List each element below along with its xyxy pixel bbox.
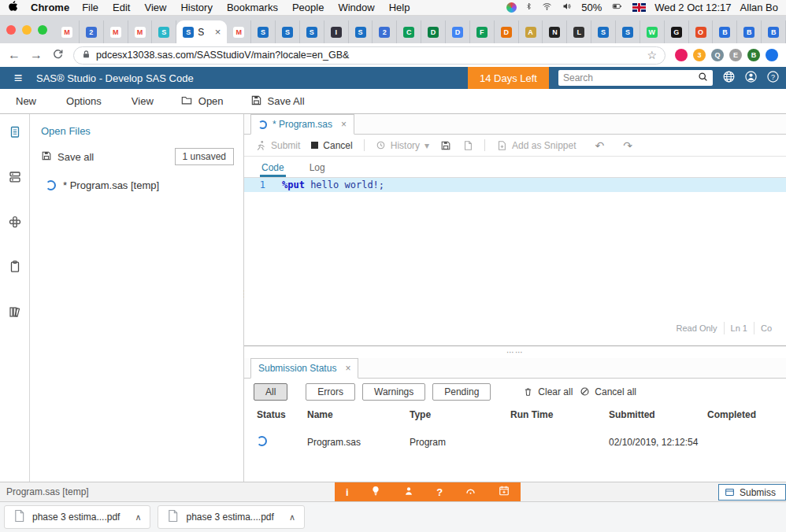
question-icon[interactable]: ? [436, 486, 443, 498]
help-icon[interactable]: ? [766, 70, 780, 86]
browser-tab[interactable]: F [470, 20, 495, 43]
browser-tab[interactable]: M [104, 20, 128, 43]
feedback-arc-icon[interactable] [465, 486, 476, 498]
submission-tab[interactable]: Submission Status × [250, 358, 358, 379]
submit-button[interactable]: Submit [255, 140, 300, 151]
filter-button[interactable]: Errors [306, 383, 355, 401]
user-account-icon[interactable] [744, 70, 758, 86]
mac-menu-item[interactable]: Edit [113, 2, 130, 13]
url-bar[interactable]: pdcesx13038.sas.com/SASStudioV/main?loca… [73, 46, 666, 65]
lightbulb-icon[interactable] [370, 485, 381, 499]
browser-tab[interactable]: S [616, 20, 640, 43]
filter-button[interactable]: Warnings [362, 383, 425, 401]
zoom-window-button[interactable] [38, 25, 47, 35]
calendar-plus-icon[interactable] [499, 485, 510, 499]
mac-menu-item[interactable]: Help [389, 2, 410, 13]
clear-all-button[interactable]: Clear all [523, 386, 573, 397]
globe-icon[interactable] [722, 70, 736, 86]
mac-menu-item[interactable]: History [180, 2, 212, 13]
browser-tab[interactable]: M [128, 20, 153, 43]
browser-tab[interactable]: S [591, 20, 616, 43]
search-box[interactable] [558, 70, 713, 86]
submission-status-toggle-button[interactable]: Submiss [718, 484, 786, 501]
apple-icon[interactable] [8, 1, 18, 14]
person-icon[interactable] [403, 486, 414, 499]
menubar-clock[interactable]: Wed 2 Oct 12:17 [654, 2, 731, 13]
download-item[interactable]: phase 3 estima....pdf ∧ [158, 505, 304, 529]
browser-tab[interactable]: 2 [373, 20, 397, 43]
back-icon[interactable]: ← [8, 49, 20, 61]
save-all-link[interactable]: Save all [57, 151, 94, 163]
search-icon[interactable] [698, 72, 708, 84]
redo-icon[interactable]: ↷ [623, 139, 632, 152]
browser-tab[interactable]: I [324, 20, 349, 43]
mac-menu-item[interactable]: Bookmarks [227, 2, 278, 13]
menu-item[interactable]: New [16, 95, 36, 107]
bookmark-star-icon[interactable]: ☆ [647, 49, 657, 61]
server-files-nav-icon[interactable] [8, 170, 22, 187]
bluetooth-icon[interactable] [525, 1, 532, 14]
program-properties-button[interactable] [462, 140, 473, 151]
browser-tab[interactable]: O [689, 20, 714, 43]
browser-tab[interactable]: N [543, 20, 567, 43]
mac-menu-item[interactable]: View [144, 2, 166, 13]
tab-close-icon[interactable]: × [345, 363, 350, 374]
menubar-user[interactable]: Allan Bo [740, 2, 778, 13]
menu-item[interactable]: View [132, 95, 154, 107]
browser-tab[interactable]: D [495, 20, 519, 43]
browser-tab[interactable]: M [55, 20, 80, 43]
extension-icon[interactable]: B [747, 49, 760, 61]
extension-icon[interactable] [675, 49, 688, 61]
mac-menu-item[interactable]: People [292, 2, 324, 13]
cancel-all-button[interactable]: Cancel all [580, 386, 636, 397]
tab-close-icon[interactable]: × [341, 119, 347, 130]
trial-days-badge[interactable]: 14 Days Left [468, 67, 549, 89]
browser-tab[interactable]: S [276, 20, 300, 43]
browser-tab[interactable]: S [349, 20, 373, 43]
forward-icon[interactable]: → [30, 49, 43, 61]
save-all-icon[interactable] [41, 150, 52, 164]
save-all-button[interactable]: Save All [250, 94, 305, 109]
extension-icon[interactable]: E [729, 49, 742, 61]
hamburger-menu-icon[interactable]: ≡ [0, 71, 36, 85]
browser-tab[interactable]: D [421, 20, 446, 43]
tab-code[interactable]: Code [260, 159, 286, 177]
mac-menu-item[interactable]: Window [338, 2, 374, 13]
browser-tab[interactable]: D [446, 20, 470, 43]
undo-icon[interactable]: ↶ [595, 139, 605, 152]
download-item[interactable]: phase 3 estima....pdf ∧ [4, 505, 150, 529]
chevron-up-icon[interactable]: ∧ [135, 512, 141, 523]
browser-tab[interactable]: M [227, 20, 251, 43]
padlock-icon[interactable] [82, 50, 91, 61]
extension-icon[interactable]: 3 [693, 49, 706, 61]
browser-tab[interactable]: L [567, 20, 591, 43]
browser-tab[interactable]: S [300, 20, 324, 43]
horizontal-splitter[interactable]: ⋯⋯ [244, 345, 786, 358]
uk-flag-icon[interactable] [632, 3, 646, 12]
wifi-icon[interactable] [541, 2, 553, 13]
battery-icon[interactable] [610, 2, 624, 13]
minimize-window-button[interactable] [22, 25, 32, 35]
code-editor[interactable]: 1 %put hello world!; Read Only Ln 1 Co [244, 178, 786, 345]
browser-tab[interactable]: 2 [80, 20, 104, 43]
history-dropdown[interactable]: History ▾ [376, 140, 429, 151]
info-icon[interactable]: i [346, 486, 349, 498]
reload-icon[interactable] [52, 48, 64, 62]
tasks-nav-icon[interactable] [8, 215, 22, 231]
browser-tab[interactable]: B [762, 20, 786, 43]
add-snippet-button[interactable]: Add as Snippet [496, 140, 576, 151]
mac-active-app-name[interactable]: Chrome [31, 2, 69, 13]
open-button[interactable]: Open [180, 94, 224, 108]
editor-tab-active[interactable]: * Program.sas × [250, 114, 354, 135]
browser-tab[interactable]: B [737, 20, 762, 43]
volume-icon[interactable] [562, 2, 573, 13]
browser-tab[interactable]: G [665, 20, 689, 43]
open-file-item[interactable]: * Program.sas [temp] [46, 179, 243, 191]
mac-menu-item[interactable]: File [82, 2, 98, 13]
libraries-nav-icon[interactable] [8, 305, 22, 321]
splitter-handle-icon[interactable]: ⋯⋯ [506, 348, 524, 357]
siri-icon[interactable] [506, 2, 517, 13]
tab-close-icon[interactable]: × [215, 26, 221, 38]
browser-tab[interactable]: C [397, 20, 421, 43]
close-window-button[interactable] [6, 25, 16, 35]
